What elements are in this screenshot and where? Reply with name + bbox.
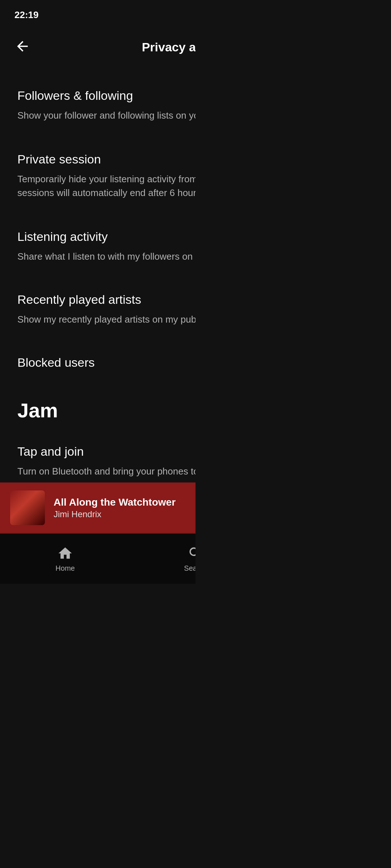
setting-desc-recently-played: Show my recently played artists on my pu… xyxy=(17,313,196,327)
home-icon xyxy=(57,546,73,562)
status-bar: 22:19 xyxy=(0,0,196,29)
search-icon xyxy=(188,546,196,562)
now-playing-bar[interactable]: All Along the Watchtower Jimi Hendrix xyxy=(0,483,196,533)
now-playing-info: All Along the Watchtower Jimi Hendrix xyxy=(45,497,196,520)
jam-heading: Jam xyxy=(0,385,196,430)
setting-private-session: Private session Temporarily hide your li… xyxy=(0,137,196,214)
setting-title-followers: Followers & following xyxy=(17,88,196,104)
now-playing-title: All Along the Watchtower xyxy=(54,497,196,508)
setting-desc-followers: Show your follower and following lists o… xyxy=(17,109,196,123)
nav-item-home[interactable]: Home xyxy=(0,540,130,578)
setting-desc-listening: Share what I listen to with my followers… xyxy=(17,250,196,264)
blocked-users-heading[interactable]: Blocked users xyxy=(0,341,196,378)
setting-desc-private: Temporarily hide your listening activity… xyxy=(17,172,196,200)
nav-label-home: Home xyxy=(55,565,75,573)
bottom-nav: Home Search Your Library xyxy=(0,533,196,584)
setting-listening-activity: Listening activity Share what I listen t… xyxy=(0,214,196,278)
setting-title-private: Private session xyxy=(17,152,196,167)
album-art xyxy=(10,491,45,526)
setting-title-recently-played: Recently played artists xyxy=(17,293,196,309)
nav-item-search[interactable]: Search xyxy=(130,540,196,578)
page-header: Privacy and social xyxy=(0,29,196,67)
page-title: Privacy and social xyxy=(142,41,196,55)
nav-label-search: Search xyxy=(184,565,196,573)
back-button[interactable] xyxy=(14,38,30,57)
setting-recently-played: Recently played artists Show my recently… xyxy=(0,278,196,341)
now-playing-artist: Jimi Hendrix xyxy=(54,510,196,520)
tap-and-join-desc: Turn on Bluetooth and bring your phones … xyxy=(17,464,196,478)
status-time: 22:19 xyxy=(14,9,39,20)
setting-followers-following: Followers & following Show your follower… xyxy=(0,74,196,137)
setting-title-listening: Listening activity xyxy=(17,229,196,245)
tap-and-join-title: Tap and join xyxy=(17,444,196,460)
